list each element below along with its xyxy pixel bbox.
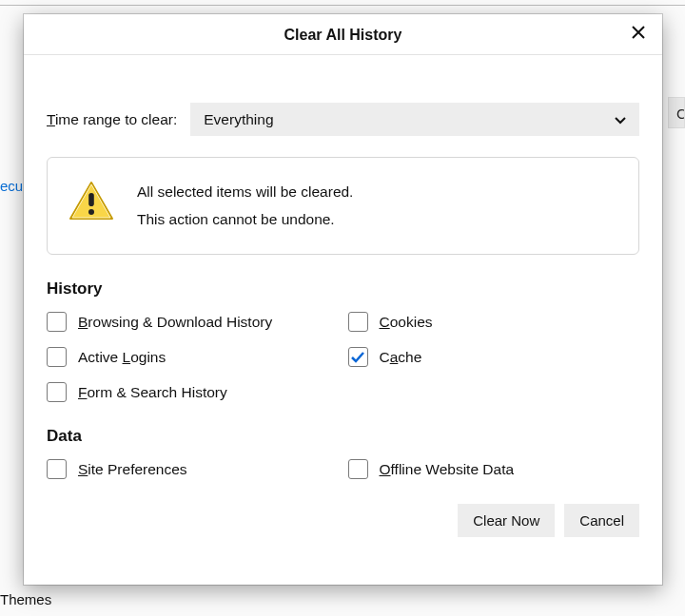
- accesskey-c: C: [380, 314, 390, 330]
- background-themes-label: Themes: [0, 591, 51, 607]
- label-offline: Offline Website Data: [380, 461, 515, 478]
- checkbox-logins[interactable]: [47, 347, 67, 367]
- dialog-body: Time range to clear: Everything: [24, 55, 662, 552]
- label-siteprefs: Site Preferences: [78, 461, 187, 478]
- checkbox-siteprefs[interactable]: [47, 459, 67, 479]
- accesskey-o: O: [380, 461, 391, 477]
- checkbox-form[interactable]: [47, 382, 67, 402]
- time-range-select[interactable]: Everything: [190, 103, 639, 136]
- data-heading: Data: [47, 427, 639, 446]
- data-options: Site Preferences Offline Website Data: [47, 459, 639, 479]
- option-browsing-history[interactable]: Browsing & Download History: [47, 312, 339, 332]
- dialog-button-row: Clear Now Cancel: [47, 504, 639, 537]
- divider: [0, 5, 685, 6]
- label-rest: ookies: [390, 314, 433, 330]
- option-active-logins[interactable]: Active Logins: [47, 347, 339, 367]
- warning-line2: This action cannot be undone.: [137, 206, 353, 234]
- accesskey-l: L: [123, 349, 131, 365]
- accesskey-b: B: [78, 314, 88, 330]
- dialog-title: Clear All History: [24, 14, 662, 55]
- checkbox-offline[interactable]: [348, 459, 368, 479]
- clear-history-dialog: Clear All History Time range to clear: E…: [24, 14, 662, 585]
- label-rest: ite Preferences: [88, 461, 186, 477]
- warning-icon: [68, 181, 114, 226]
- clear-now-button[interactable]: Clear Now: [458, 504, 555, 537]
- checkbox-browsing[interactable]: [47, 312, 67, 332]
- label-pre: C: [380, 349, 390, 365]
- option-offline-data[interactable]: Offline Website Data: [348, 459, 640, 479]
- checkbox-cookies[interactable]: [348, 312, 368, 332]
- label-rest: orm & Search History: [87, 384, 226, 400]
- label-form: Form & Search History: [78, 384, 227, 401]
- history-options: Browsing & Download History Cookies Acti…: [47, 312, 639, 402]
- label-rest: ogins: [130, 349, 166, 365]
- label-rest: che: [398, 349, 421, 365]
- background-button-glimpse: C: [668, 97, 685, 128]
- history-heading: History: [47, 279, 639, 298]
- background-security-link[interactable]: ecu: [0, 178, 23, 194]
- cancel-button[interactable]: Cancel: [564, 504, 639, 537]
- label-browsing: Browsing & Download History: [78, 314, 272, 331]
- accesskey-s: S: [78, 461, 88, 477]
- label-rest: ffline Website Data: [391, 461, 515, 477]
- label-pre: Active: [78, 349, 123, 365]
- time-range-label: Time range to clear:: [47, 111, 177, 128]
- time-range-row: Time range to clear: Everything: [47, 103, 639, 136]
- option-form-search[interactable]: Form & Search History: [47, 382, 339, 402]
- close-icon: [632, 26, 645, 43]
- label-cookies: Cookies: [380, 314, 433, 331]
- warning-box: All selected items will be cleared. This…: [47, 157, 639, 255]
- close-button[interactable]: [624, 20, 653, 48]
- label-rest: rowsing & Download History: [88, 314, 272, 330]
- option-cookies[interactable]: Cookies: [348, 312, 640, 332]
- option-site-preferences[interactable]: Site Preferences: [47, 459, 339, 479]
- accesskey-t: T: [47, 111, 55, 127]
- time-range-value: Everything: [204, 111, 273, 128]
- warning-text: All selected items will be cleared. This…: [137, 179, 353, 233]
- dialog-header: Clear All History: [24, 14, 662, 55]
- warning-line1: All selected items will be cleared.: [137, 179, 353, 206]
- svg-rect-0: [88, 193, 94, 206]
- checkbox-cache[interactable]: [348, 347, 368, 367]
- label-logins: Active Logins: [78, 349, 166, 366]
- time-label-rest: ime range to clear:: [55, 111, 177, 127]
- svg-point-1: [88, 209, 94, 215]
- chevron-down-icon: [615, 111, 626, 128]
- option-cache[interactable]: Cache: [348, 347, 640, 367]
- label-cache: Cache: [380, 349, 422, 366]
